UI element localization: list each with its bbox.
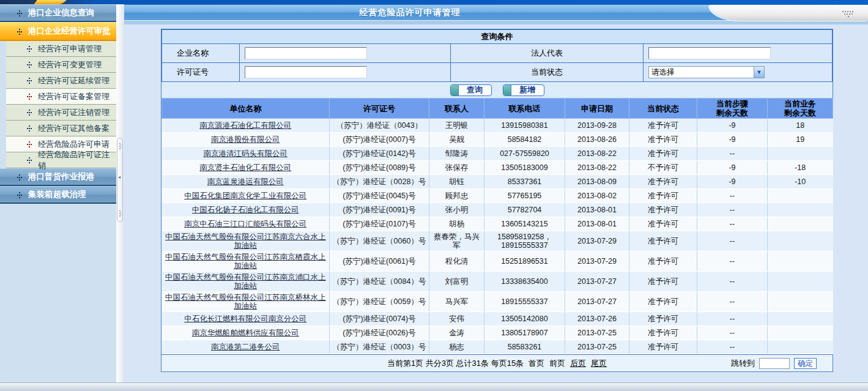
company-link[interactable]: 南京蓝泉港运有限公司	[207, 177, 284, 186]
page-title: 经营危险品许可申请管理	[124, 7, 696, 18]
pagination-summary: 当前第1页 共分3页 总计31条 每页15条	[387, 358, 524, 369]
cell-phone: 57765195	[484, 189, 565, 203]
cell-biz: -18	[768, 161, 833, 175]
cell-name: 中国石化集团南京化学工业有限公司	[162, 189, 330, 203]
cell-biz	[768, 147, 833, 161]
sidebar-splitter[interactable]: ◂	[116, 4, 124, 382]
first-page-link[interactable]: 首页	[529, 358, 544, 369]
status-select-value: 请选择	[651, 67, 675, 78]
cell-name: 中石化长江燃料有限公司南京分公司	[162, 312, 330, 326]
sidebar-item[interactable]: 经营许可证注销管理	[6, 105, 116, 121]
sidebar-item[interactable]: 港口企业经营许可审批	[0, 22, 116, 41]
cell-contact: 顾邦忠	[429, 189, 484, 203]
cell-contact: 王明银	[429, 119, 484, 133]
cell-license: （苏宁）港经证（0059）号	[330, 292, 429, 312]
column-header: 申请日期	[565, 99, 629, 119]
company-link[interactable]: 中国石化扬子石油化工有限公司	[192, 206, 299, 214]
sidebar-item[interactable]: 经营危险品许可证注销	[6, 152, 116, 168]
cell-license: (苏宁)港经证(0061)号	[330, 251, 429, 272]
cell-license: (苏宁)港经证(0091)号	[330, 203, 429, 217]
query-section-title: 查询条件	[162, 30, 833, 44]
cell-step: -9	[697, 119, 768, 133]
sidebar-item-label: 经营许可证其他备案	[38, 123, 109, 134]
table-row: 中石化长江燃料有限公司南京分公司(苏宁)港经证(0074)号安伟13505142…	[162, 312, 833, 326]
sidebar-item[interactable]: 经营许可证延续管理	[6, 73, 116, 89]
splitter-handle[interactable]: ◂	[117, 138, 123, 222]
cell-name: 南京华燃船舶燃料供应有限公司	[162, 326, 330, 340]
company-link[interactable]: 南京港第二港务公司	[211, 343, 280, 351]
menu-arrow-icon	[27, 46, 32, 51]
cell-step: -9	[697, 175, 768, 189]
sidebar-item[interactable]: 经营许可证备案管理	[6, 89, 116, 105]
prev-page-link[interactable]: 前页	[549, 358, 565, 369]
cell-biz	[768, 340, 833, 354]
cell-status: 不予许可	[629, 161, 697, 175]
sidebar-item[interactable]: 港口企业信息查询	[0, 4, 116, 22]
menu-arrow-icon	[27, 157, 32, 163]
legal-rep-input[interactable]	[648, 47, 771, 59]
column-header: 当前步骤 剩余天数	[697, 99, 768, 119]
cell-step: --	[697, 231, 768, 251]
column-header: 联系电话	[484, 99, 565, 119]
cell-date: 2013-09-28	[565, 119, 629, 133]
cell-status: 准予许可	[629, 326, 697, 340]
sidebar-item[interactable]: 集装箱超载治理	[0, 186, 116, 204]
last-page-link[interactable]: 尾页	[591, 358, 607, 369]
status-select[interactable]: 请选择 ▼	[648, 66, 765, 78]
company-link[interactable]: 中国石油天然气股份有限公司江苏南京浦口水上加油站	[165, 273, 326, 290]
company-link[interactable]: 中国石化集团南京化学工业有限公司	[184, 192, 306, 200]
company-link[interactable]: 南京华燃船舶燃料供应有限公司	[192, 329, 299, 337]
sidebar-item[interactable]: 经营许可证其他备案	[6, 121, 116, 136]
cell-biz	[768, 251, 833, 272]
company-link[interactable]: 中石化长江燃料有限公司南京分公司	[184, 315, 306, 323]
table-row: 中国石化集团南京化学工业有限公司(苏宁)港经证(0045)号顾邦忠5776519…	[162, 189, 833, 203]
company-link[interactable]: 南京贤丰石油化工有限公司	[199, 163, 291, 172]
table-row: 南京港清江码头有限公司(苏宁)港经证(0142)号邹隆涛027-57559820…	[162, 147, 833, 161]
company-name-input[interactable]	[245, 47, 367, 59]
company-link[interactable]: 中国石油天然气股份有限公司江苏南京桥林水上加油站	[165, 293, 326, 310]
add-button-label: 新增	[511, 84, 544, 95]
cell-date: 2013-08-02	[565, 189, 629, 203]
company-link[interactable]: 南京中石油三江口汇能码头有限公司	[184, 220, 306, 228]
jump-page-input[interactable]	[759, 358, 790, 369]
cell-license: (苏宁)港经证(0045)号	[330, 189, 429, 203]
add-button[interactable]: 新增	[503, 84, 544, 96]
cell-phone: 57782704	[484, 203, 565, 217]
button-cap-icon	[451, 85, 459, 95]
table-row: 南京华燃船舶燃料供应有限公司(苏宁)港经证(0026)号金涛1380517890…	[162, 326, 833, 340]
cell-name: 南京源港石油化工有限公司	[162, 119, 330, 133]
actions-band: 查询 新增	[161, 82, 833, 98]
column-header: 当前业务 剩余天数	[768, 99, 833, 119]
company-link[interactable]: 南京源港石油化工有限公司	[199, 121, 291, 130]
cell-name: 南京港第二港务公司	[162, 340, 330, 354]
cell-date: 2013-08-01	[565, 217, 629, 231]
cell-date: 2013-07-27	[565, 272, 629, 292]
cell-date: 2013-07-25	[565, 340, 629, 354]
jump-confirm-button[interactable]: 确定	[794, 358, 817, 369]
banner-edge	[0, 0, 868, 4]
cell-step: -9	[697, 161, 768, 175]
sidebar-item[interactable]: 经营许可申请管理	[6, 41, 116, 57]
company-link[interactable]: 中国石油天然气股份有限公司江苏南京六合水上加油站	[165, 233, 326, 250]
search-button-label: 查询	[459, 84, 491, 95]
company-link[interactable]: 中国石油天然气股份有限公司江苏南京栖霞水上加油站	[165, 253, 326, 270]
search-button[interactable]: 查询	[450, 84, 492, 96]
cell-name: 中国石化扬子石油化工有限公司	[162, 203, 330, 217]
cell-status: 准予许可	[629, 203, 697, 217]
window-bottom-edge	[0, 382, 868, 391]
cell-license: （苏宁）港经证（0028）号	[330, 175, 429, 189]
table-row: 南京中石油三江口汇能码头有限公司(苏宁)港经证(0107)号胡杨13605143…	[162, 217, 833, 231]
sidebar-item-label: 港口企业经营许可审批	[28, 26, 111, 37]
menu-arrow-icon	[17, 174, 23, 180]
cell-license: (苏宁)港经证(0089)号	[330, 161, 429, 175]
sidebar-item-label: 经营许可证注销管理	[38, 107, 109, 118]
sidebar-item-label: 港口普货作业报港	[28, 171, 94, 182]
company-link[interactable]: 南京港股份有限公司	[211, 135, 280, 144]
company-link[interactable]: 南京港清江码头有限公司	[204, 149, 288, 158]
cell-license: （苏宁）港经证（0003）号	[330, 340, 429, 354]
cell-contact: 吴靓	[429, 133, 484, 147]
sidebar-item[interactable]: 经营许可变更管理	[6, 57, 116, 73]
next-page-link[interactable]: 后页	[570, 358, 586, 369]
table-row: 中国石油天然气股份有限公司江苏南京浦口水上加油站（苏宁）港经证（0084）号刘富…	[162, 272, 833, 292]
license-no-input[interactable]	[245, 66, 367, 78]
